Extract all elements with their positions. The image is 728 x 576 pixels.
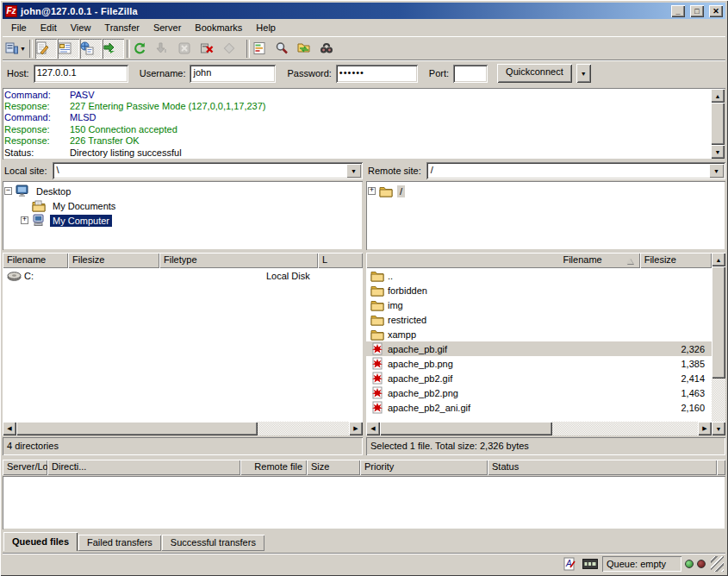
- tree-expander[interactable]: +: [368, 187, 376, 195]
- scrollbar-thumb[interactable]: [380, 422, 552, 435]
- tree-expander[interactable]: −: [4, 187, 12, 195]
- tree-expander[interactable]: +: [21, 216, 28, 224]
- tree-item[interactable]: + /: [368, 184, 724, 198]
- scroll-down-icon[interactable]: ▼: [711, 145, 725, 159]
- title-bar: Fz john@127.0.0.1 - FileZilla _ □ ✕: [3, 3, 725, 19]
- file-row[interactable]: C: Local Disk: [3, 268, 363, 283]
- quickconnect-dropdown-arrow-icon[interactable]: ▼: [576, 64, 591, 83]
- folder-icon: [370, 270, 385, 282]
- toolbar-button[interactable]: ▼: [275, 39, 296, 59]
- queue-header: Server/Local fileDirecti...Remote fileSi…: [3, 460, 725, 476]
- scroll-down-icon[interactable]: ▼: [712, 422, 725, 435]
- column-header[interactable]: Filename: [366, 253, 640, 268]
- scroll-right-icon[interactable]: ▶: [698, 422, 712, 435]
- column-header[interactable]: Filetype: [159, 253, 318, 268]
- file-row[interactable]: xampp: [366, 327, 712, 341]
- scroll-left-icon[interactable]: ◀: [366, 422, 380, 435]
- resize-grip[interactable]: [711, 556, 724, 572]
- column-header[interactable]: Filesize: [68, 253, 159, 268]
- menu-item[interactable]: View: [64, 20, 98, 35]
- queue-body[interactable]: [3, 476, 725, 529]
- toolbar-button[interactable]: ▼: [80, 39, 102, 59]
- port-input[interactable]: [453, 65, 488, 83]
- column-header[interactable]: Filesize: [640, 253, 712, 268]
- file-row[interactable]: apache_pb2.gif 2,414: [366, 371, 712, 385]
- remote-file-list: FilenameFilesize .. forbidden img: [366, 253, 725, 435]
- queue-column-header[interactable]: Directi...: [47, 460, 240, 475]
- menu-item[interactable]: Help: [249, 20, 283, 35]
- password-input[interactable]: ••••••: [336, 65, 418, 83]
- username-input[interactable]: john: [190, 65, 276, 83]
- menu-item[interactable]: File: [4, 20, 34, 35]
- queue-column-header[interactable]: Remote file: [240, 460, 307, 475]
- menu-item[interactable]: Transfer: [97, 20, 146, 35]
- scroll-right-icon[interactable]: ▶: [349, 422, 363, 435]
- toolbar-button[interactable]: ▼: [222, 39, 244, 59]
- file-row[interactable]: forbidden: [366, 283, 712, 297]
- queue-column-header[interactable]: Server/Local file: [3, 460, 47, 475]
- minimize-button[interactable]: _: [671, 5, 685, 17]
- scrollbar-thumb[interactable]: [712, 266, 725, 379]
- remote-panel: Remote site: / ▼ + / Filena: [366, 161, 725, 455]
- remote-site-combo[interactable]: / ▼: [426, 162, 725, 179]
- tree-item[interactable]: My Documents: [4, 198, 361, 213]
- quickconnect-button[interactable]: Quickconnect: [497, 64, 572, 83]
- toolbar-button[interactable]: ▼: [155, 39, 177, 59]
- host-input[interactable]: 127.0.0.1: [34, 65, 128, 83]
- scroll-left-icon[interactable]: ◀: [3, 422, 16, 435]
- file-row[interactable]: apache_pb.gif 2,326: [366, 341, 712, 356]
- toolbar-button[interactable]: ▼: [29, 40, 33, 58]
- queue-column-header[interactable]: Size: [307, 460, 360, 475]
- combo-dropdown-arrow-icon[interactable]: ▼: [346, 164, 361, 178]
- queue-column-header[interactable]: Status: [488, 460, 717, 475]
- scrollbar-thumb[interactable]: [16, 422, 258, 435]
- disconnect-icon: [200, 41, 214, 55]
- toolbar-button[interactable]: ▼: [133, 39, 154, 59]
- toolbar-button[interactable]: ▼: [58, 39, 79, 59]
- queue-column-header[interactable]: Priority: [360, 460, 488, 475]
- toolbar-button[interactable]: ▼: [5, 39, 27, 59]
- remote-horizontal-scrollbar[interactable]: ◀ ▶: [366, 422, 712, 435]
- tree-item[interactable]: + My Computer: [4, 213, 361, 228]
- queue-tab[interactable]: Queued files: [3, 532, 78, 551]
- file-row[interactable]: ..: [366, 268, 712, 283]
- local-site-combo[interactable]: \ ▼: [53, 162, 363, 179]
- toolbar-button[interactable]: ▼: [127, 40, 130, 58]
- scrollbar-thumb[interactable]: [711, 103, 725, 145]
- tree-item[interactable]: − Desktop: [4, 184, 361, 198]
- queue-tab[interactable]: Successful transfers: [162, 535, 264, 551]
- scroll-up-icon[interactable]: ▲: [712, 253, 725, 266]
- close-button[interactable]: ✕: [709, 5, 723, 17]
- maximize-button[interactable]: □: [690, 5, 704, 17]
- log-scrollbar[interactable]: ▲ ▼: [711, 89, 725, 159]
- menu-item[interactable]: Server: [146, 20, 188, 35]
- log-line: Response: 227 Entering Passive Mode (127…: [4, 100, 708, 111]
- remotetree-icon: [80, 41, 94, 55]
- menu-item[interactable]: Edit: [34, 20, 64, 35]
- toolbar-button[interactable]: ▼: [103, 39, 124, 59]
- combo-dropdown-arrow-icon[interactable]: ▼: [709, 164, 724, 178]
- local-horizontal-scrollbar[interactable]: ◀ ▶: [3, 422, 363, 435]
- file-row[interactable]: img: [366, 297, 712, 312]
- toolbar-button[interactable]: ▼: [200, 39, 221, 59]
- remote-vertical-scrollbar[interactable]: ▲ ▼: [712, 253, 725, 435]
- file-row[interactable]: restricted: [366, 312, 712, 327]
- app-icon: Fz: [5, 5, 17, 17]
- toolbar-button[interactable]: ▼: [246, 40, 250, 58]
- column-header[interactable]: Filename: [3, 253, 68, 268]
- file-row[interactable]: apache_pb.png 1,385: [366, 356, 712, 371]
- queue-column-header[interactable]: [717, 460, 725, 475]
- column-header[interactable]: L: [318, 253, 363, 268]
- queue-tab[interactable]: Failed transfers: [78, 535, 161, 551]
- toolbar-button[interactable]: ▼: [297, 39, 319, 59]
- toolbar-button[interactable]: ▼: [177, 39, 199, 59]
- toolbar-button[interactable]: ▼: [320, 39, 341, 59]
- file-row[interactable]: apache_pb2_ani.gif 2,160: [366, 400, 712, 415]
- scroll-up-icon[interactable]: ▲: [711, 89, 725, 103]
- toolbar-button[interactable]: ▼: [252, 39, 274, 59]
- toolbar-button[interactable]: ▼: [35, 39, 57, 59]
- dropdown-arrow-icon[interactable]: ▼: [19, 39, 27, 59]
- queue-icon: [103, 41, 116, 55]
- menu-item[interactable]: Bookmarks: [188, 20, 249, 35]
- file-row[interactable]: apache_pb2.png 1,463: [366, 385, 712, 400]
